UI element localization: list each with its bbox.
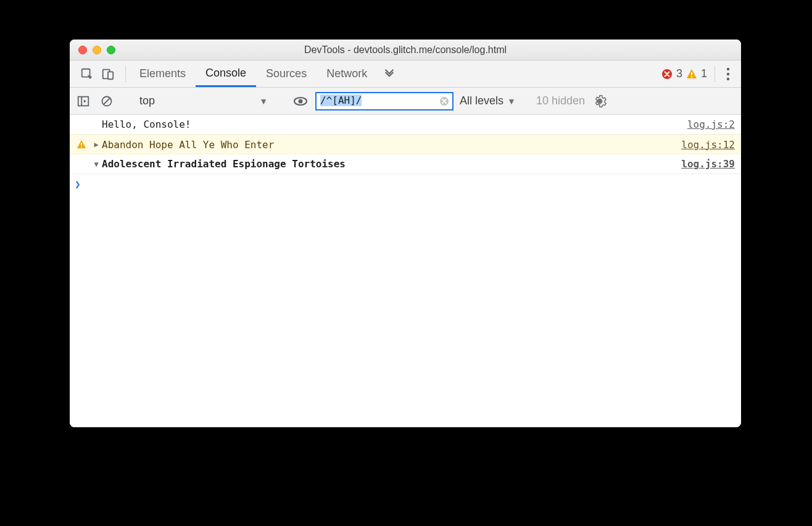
svg-rect-2 — [108, 72, 113, 79]
clear-console-icon[interactable] — [98, 93, 115, 110]
prompt-caret-icon: ❯ — [75, 178, 81, 190]
log-source-link[interactable]: log.js:39 — [681, 158, 735, 170]
log-source-link[interactable]: log.js:12 — [681, 139, 735, 151]
console-toolbar: top ▼ /^[AH]/ All levels ▼ 10 hidden — [70, 88, 741, 115]
svg-rect-4 — [691, 72, 692, 75]
console-prompt[interactable]: ❯ — [70, 174, 741, 194]
tab-network[interactable]: Network — [317, 61, 377, 87]
svg-point-8 — [727, 77, 729, 80]
tab-list: Elements Console Sources Network — [130, 61, 377, 87]
devtools-window: DevTools - devtools.glitch.me/console/lo… — [70, 40, 741, 427]
context-selector[interactable]: top ▼ — [136, 94, 271, 107]
log-row-warning[interactable]: ▶ Abandon Hope All Ye Who Enter log.js:1… — [70, 135, 741, 154]
clear-filter-icon[interactable] — [439, 96, 450, 107]
tab-label: Elements — [139, 67, 186, 80]
warning-icon — [72, 140, 91, 149]
log-message: Abandon Hope All Ye Who Enter — [102, 139, 681, 151]
log-message: Adolescent Irradiated Espionage Tortoise… — [102, 158, 681, 170]
tab-elements[interactable]: Elements — [130, 61, 196, 87]
context-value: top — [139, 94, 155, 107]
console-settings-icon[interactable] — [591, 93, 608, 110]
svg-rect-17 — [81, 143, 82, 145]
tabs-overflow-button[interactable] — [377, 61, 402, 87]
error-icon — [661, 69, 673, 80]
log-row[interactable]: Hello, Console! log.js:2 — [70, 115, 741, 135]
svg-point-6 — [727, 67, 729, 70]
collapse-toggle-icon[interactable]: ▼ — [91, 160, 102, 169]
filter-input[interactable]: /^[AH]/ — [315, 92, 454, 111]
expand-toggle-icon[interactable]: ▶ — [91, 140, 102, 149]
hidden-messages-count[interactable]: 10 hidden — [536, 94, 585, 107]
tab-label: Network — [326, 67, 367, 80]
inspect-tools-group — [73, 61, 122, 87]
more-menu-button[interactable] — [719, 61, 737, 87]
svg-point-16 — [598, 99, 602, 103]
svg-rect-9 — [78, 96, 89, 106]
tab-console[interactable]: Console — [196, 61, 256, 87]
log-row-group[interactable]: ▼ Adolescent Irradiated Espionage Tortoi… — [70, 154, 741, 174]
tab-label: Console — [205, 67, 246, 80]
tab-sources[interactable]: Sources — [256, 61, 317, 87]
window-title: DevTools - devtools.glitch.me/console/lo… — [70, 44, 741, 56]
filter-input-value: /^[AH]/ — [320, 94, 362, 106]
log-message: Hello, Console! — [102, 119, 687, 130]
log-source-link[interactable]: log.js:2 — [687, 119, 735, 130]
log-levels-selector[interactable]: All levels ▼ — [460, 94, 516, 107]
chevron-down-icon: ▼ — [259, 96, 268, 106]
svg-point-14 — [299, 99, 303, 103]
tab-label: Sources — [266, 67, 307, 80]
warning-count: 1 — [701, 67, 707, 80]
toggle-drawer-icon[interactable] — [75, 93, 92, 110]
separator — [125, 65, 126, 82]
inspect-element-icon[interactable] — [78, 65, 96, 83]
svg-rect-5 — [691, 76, 692, 77]
titlebar: DevTools - devtools.glitch.me/console/lo… — [70, 40, 741, 61]
warning-icon — [686, 69, 697, 80]
separator — [715, 65, 715, 82]
error-count: 3 — [676, 67, 682, 80]
svg-rect-18 — [81, 146, 82, 148]
chevron-down-icon: ▼ — [507, 96, 516, 106]
console-body: Hello, Console! log.js:2 ▶ Abandon Hope … — [70, 115, 741, 427]
error-warning-counts[interactable]: 3 1 — [658, 61, 711, 87]
filter-input-wrap: /^[AH]/ — [315, 92, 454, 111]
svg-point-7 — [727, 72, 729, 75]
svg-line-12 — [104, 98, 110, 104]
panel-tabs-row: Elements Console Sources Network 3 1 — [70, 61, 741, 88]
levels-label: All levels — [460, 94, 503, 107]
device-toolbar-icon[interactable] — [99, 65, 117, 83]
live-expression-icon[interactable] — [292, 93, 309, 110]
